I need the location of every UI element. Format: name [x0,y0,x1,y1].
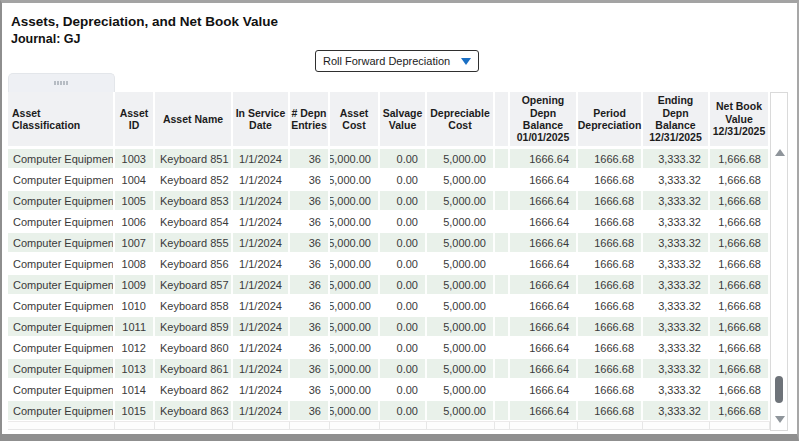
cell: 5,000.00 [427,359,495,378]
cell: 1/1/2024 [233,211,290,232]
cell: 3,333.32 [643,169,710,190]
cell: Keyboard 857 [155,275,233,294]
cell: 1666.64 [510,295,578,316]
header-cell: Asset Cost [330,92,380,146]
cell: Keyboard 855 [155,233,233,252]
cell: Computer Equipment [8,275,115,294]
page-title: Assets, Depreciation, and Net Book Value [11,14,278,29]
table-drag-tab[interactable] [8,73,115,92]
cell: 1666.64 [510,211,578,232]
cell: 1006 [115,211,155,232]
cell: 1014 [115,379,155,400]
cell: 0.00 [380,169,427,190]
scroll-up-icon[interactable] [775,149,785,156]
cell: 1,666.68 [710,359,770,378]
vertical-scrollbar[interactable] [770,92,788,431]
cell: 36 [290,379,330,400]
cell: 1008 [115,253,155,274]
header-cell: Ending Depn Balance 12/31/2025 [643,92,710,146]
cell: 0.00 [380,379,427,400]
cell: 3,333.32 [643,379,710,400]
empty-cell [290,422,330,429]
cell: 1666.64 [510,149,578,168]
cell: 1009 [115,275,155,294]
assets-table: Asset ClassificationAsset IDAsset NameIn… [8,92,770,430]
cell: 36 [290,253,330,274]
cell: 3,333.32 [643,211,710,232]
scroll-down-icon[interactable] [775,416,785,423]
table-body: Computer Equipment1003Keyboard 8511/1/20… [8,148,770,421]
cell: 36 [290,359,330,378]
cell: Computer Equipment [8,359,115,378]
cell: 1004 [115,169,155,190]
cell: 3,333.32 [643,149,710,168]
cell: 5,000.00 [427,317,495,336]
cell: 36 [290,191,330,210]
cell: 1666.64 [510,359,578,378]
cell: Keyboard 852 [155,169,233,190]
cell: 5,000.00 [330,359,380,378]
cell [495,295,510,316]
cell: 3,333.32 [643,401,710,420]
cell: 5,000.00 [427,379,495,400]
cell: Keyboard 862 [155,379,233,400]
header-cell: Salvage Value [380,92,427,146]
table-row: Computer Equipment1003Keyboard 8511/1/20… [8,148,770,169]
cell: 1003 [115,149,155,168]
header-cell: Asset Name [155,92,233,146]
cell: 1/1/2024 [233,149,290,168]
cell: 1666.68 [578,211,643,232]
cell: 5,000.00 [427,275,495,294]
cell [495,379,510,400]
empty-row [8,421,770,430]
cell: 5,000.00 [427,401,495,420]
cell [495,359,510,378]
cell: 5,000.00 [427,169,495,190]
cell: 36 [290,275,330,294]
cell: 1/1/2024 [233,275,290,294]
cell: 5,000.00 [427,149,495,168]
table-row: Computer Equipment1009Keyboard 8571/1/20… [8,274,770,295]
cell: 5,000.00 [330,401,380,420]
scrollbar-thumb[interactable] [775,376,783,403]
cell: 1666.68 [578,401,643,420]
cell: Keyboard 861 [155,359,233,378]
report-view-dropdown[interactable]: Roll Forward Depreciation [315,50,479,72]
cell: Computer Equipment [8,401,115,420]
cell: 1,666.68 [710,149,770,168]
cell: 1,666.68 [710,295,770,316]
cell: 5,000.00 [427,191,495,210]
cell: Computer Equipment [8,169,115,190]
header-cell: # Depn Entries [290,92,330,146]
cell: 0.00 [380,295,427,316]
cell: 1666.64 [510,379,578,400]
cell: 1/1/2024 [233,253,290,274]
cell: 5,000.00 [330,253,380,274]
cell: Computer Equipment [8,191,115,210]
cell: 3,333.32 [643,295,710,316]
cell: 5,000.00 [330,211,380,232]
cell: Computer Equipment [8,211,115,232]
table-row: Computer Equipment1011Keyboard 8591/1/20… [8,316,770,337]
cell: 1/1/2024 [233,191,290,210]
cell: 1005 [115,191,155,210]
report-window: Assets, Depreciation, and Net Book Value… [0,0,799,441]
cell: 1666.68 [578,191,643,210]
cell: 1666.64 [510,253,578,274]
cell: 5,000.00 [427,211,495,232]
dropdown-caret-icon [461,58,471,65]
cell: 1,666.68 [710,253,770,274]
table-row: Computer Equipment1014Keyboard 8621/1/20… [8,379,770,400]
dropdown-value: Roll Forward Depreciation [316,55,461,67]
cell [495,149,510,168]
empty-cell [495,422,510,429]
cell: 1/1/2024 [233,401,290,420]
cell: 1,666.68 [710,401,770,420]
empty-cell [643,422,710,429]
cell: 1666.64 [510,401,578,420]
cell: 36 [290,149,330,168]
cell [495,169,510,190]
cell: 1,666.68 [710,169,770,190]
cell: 1666.64 [510,191,578,210]
cell: 5,000.00 [330,317,380,336]
